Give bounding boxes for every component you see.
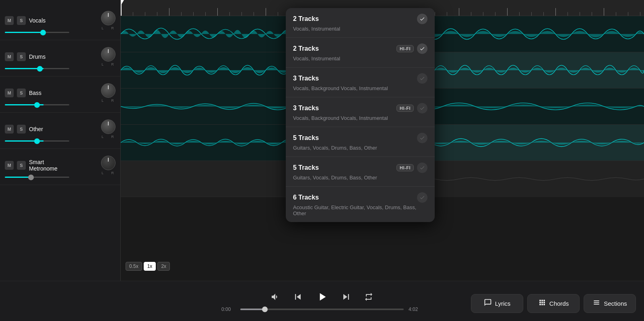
svg-rect-7 [205, 12, 206, 16]
sections-button[interactable]: Sections [584, 294, 636, 313]
right-waveform-row-drums[interactable] [411, 52, 644, 88]
progress-bar[interactable] [240, 309, 404, 310]
volume-slider-other[interactable] [5, 140, 69, 142]
svg-rect-44 [604, 8, 604, 16]
fast-forward-button[interactable] [341, 291, 352, 302]
bottom-right-buttons: Lyrics Chords Sections [471, 294, 636, 313]
right-waveform-row-other[interactable] [411, 125, 644, 161]
sections-icon [592, 298, 601, 309]
dropdown-item-item4[interactable]: 3 TracksHI-FIVocals, Background Vocals, … [286, 97, 435, 127]
solo-button-vocals[interactable]: S [17, 16, 26, 25]
dropdown-title-item6: 5 Tracks [293, 164, 319, 171]
volume-slider-drums[interactable] [5, 68, 69, 69]
svg-rect-42 [580, 12, 580, 16]
dropdown-item-item6[interactable]: 5 TracksHI-FIGuitars, Vocals, Drums, Bas… [286, 157, 435, 187]
solo-button-other[interactable]: S [17, 125, 26, 134]
track-controls-drums: L R [101, 47, 116, 66]
hifi-badge-item2: HI-FI [396, 45, 414, 52]
volume-knob-bass[interactable] [101, 83, 116, 98]
lyrics-icon [484, 298, 492, 309]
solo-button-bass[interactable]: S [17, 88, 26, 97]
hifi-badge-item6: HI-FI [396, 164, 414, 171]
volume-knob-smart-metronome[interactable] [101, 156, 116, 170]
player-controls [270, 290, 374, 303]
svg-rect-30 [435, 12, 435, 16]
volume-slider-vocals[interactable] [5, 32, 69, 33]
volume-button[interactable] [270, 292, 280, 302]
loop-icon [364, 292, 374, 302]
volume-knob-drums[interactable] [101, 47, 116, 62]
progress-thumb [262, 307, 268, 312]
speed-btn-half[interactable]: 0.5x [126, 262, 142, 271]
chords-icon [538, 298, 546, 309]
mute-button-vocals[interactable]: M [5, 16, 14, 25]
check-circle-item3 [417, 73, 427, 84]
playhead [121, 0, 122, 16]
dropdown-subtitle-item6: Guitars, Vocals, Drums, Bass, Other [293, 175, 427, 181]
right-area [411, 0, 644, 321]
right-waveform-svg-drums [411, 52, 644, 88]
rewind-button[interactable] [292, 291, 303, 302]
volume-slider-smart-metronome[interactable] [5, 177, 69, 178]
playhead-triangle [121, 0, 124, 5]
speed-btn-2x[interactable]: 2x [157, 262, 170, 271]
dropdown-item-item7[interactable]: 6 TracksAcoustic Guitar, Electric Guitar… [286, 187, 435, 222]
speed-btn-1x[interactable]: 1x [144, 262, 156, 271]
svg-rect-1 [133, 12, 133, 16]
chords-button[interactable]: Chords [527, 294, 580, 313]
svg-rect-35 [495, 12, 495, 16]
track-name-bass: Bass [29, 90, 98, 96]
right-waveform-svg-other [411, 125, 644, 160]
lyrics-label: Lyrics [495, 300, 511, 307]
lyrics-button[interactable]: Lyrics [471, 294, 523, 313]
solo-button-smart-metronome[interactable]: S [17, 161, 26, 170]
lr-label-bass: L R [101, 99, 115, 103]
svg-rect-2 [145, 12, 145, 16]
right-waveform-row-vocals[interactable] [411, 16, 644, 52]
hifi-badge-item4: HI-FI [396, 105, 414, 112]
dropdown-subtitle-item1: Vocals, Instrumental [293, 26, 427, 32]
track-name-drums: Drums [29, 54, 98, 60]
dropdown-title-item2: 2 Tracks [293, 45, 319, 52]
track-list: M S Vocals L R M S Drums [0, 0, 120, 309]
volume-knob-other[interactable] [101, 119, 116, 134]
track-name-other: Other [29, 126, 98, 132]
lyrics-svg-icon [484, 298, 492, 307]
right-waveform-svg-bass [411, 88, 644, 124]
sections-label: Sections [604, 300, 627, 307]
chords-label: Chords [549, 300, 569, 307]
right-waveform-svg-vocals [411, 16, 644, 52]
check-circle-item4 [417, 103, 427, 113]
lr-label-drums: L R [101, 62, 115, 66]
lr-label-smart-metronome: L R [101, 171, 115, 175]
mute-button-drums[interactable]: M [5, 52, 14, 61]
right-waveform-row-bass[interactable] [411, 88, 644, 125]
volume-slider-bass[interactable] [5, 104, 69, 105]
track-controls-bass: L R [101, 83, 116, 103]
track-name-vocals: Vocals [29, 17, 98, 24]
volume-knob-vocals[interactable] [101, 11, 116, 25]
track-item-other: M S Other L R [0, 113, 120, 149]
mute-button-other[interactable]: M [5, 125, 14, 134]
solo-button-drums[interactable]: S [17, 52, 26, 61]
dropdown-item-item3[interactable]: 3 TracksVocals, Background Vocals, Instr… [286, 68, 435, 97]
dropdown-subtitle-item4: Vocals, Background Vocals, Instrumental [293, 115, 427, 121]
svg-rect-9 [229, 12, 230, 16]
sections-svg-icon [592, 298, 601, 307]
svg-rect-36 [507, 8, 508, 16]
play-button[interactable] [316, 290, 328, 303]
svg-rect-46 [628, 12, 628, 16]
dropdown-item-item1[interactable]: 2 TracksVocals, Instrumental [286, 8, 435, 38]
loop-button[interactable] [364, 292, 374, 302]
check-circle-item5 [417, 133, 427, 143]
dropdown-item-item2[interactable]: 2 TracksHI-FIVocals, Instrumental [286, 38, 435, 68]
dropdown-title-item3: 3 Tracks [293, 75, 319, 82]
mute-button-bass[interactable]: M [5, 88, 14, 97]
mute-button-smart-metronome[interactable]: M [5, 161, 14, 170]
svg-rect-8 [217, 8, 218, 16]
svg-rect-4 [169, 8, 169, 16]
svg-rect-39 [543, 12, 544, 16]
current-time: 0:00 [221, 307, 235, 312]
right-waveform-metronome [411, 161, 644, 197]
dropdown-item-item5[interactable]: 5 TracksGuitars, Vocals, Drums, Bass, Ot… [286, 127, 435, 157]
